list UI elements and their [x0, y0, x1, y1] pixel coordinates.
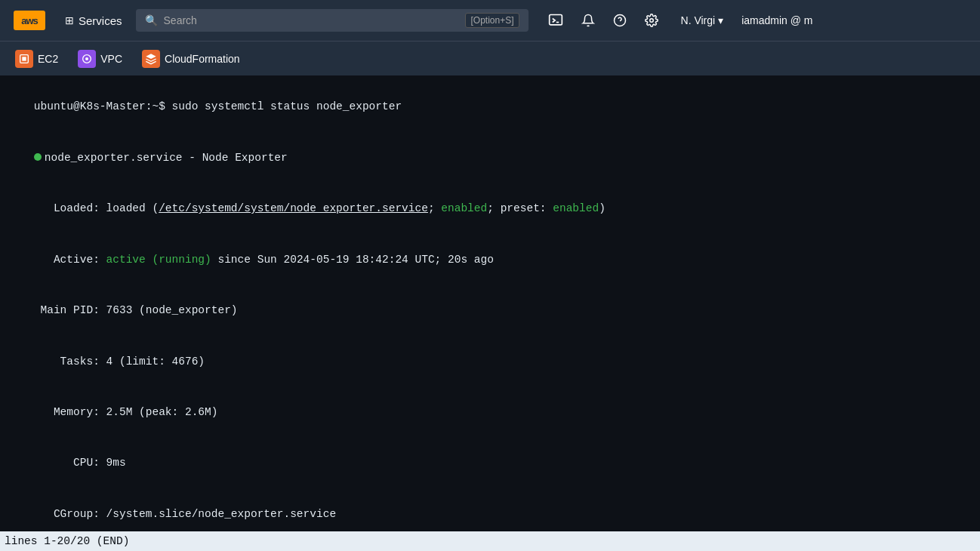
terminal-status-bar: lines 1-20/20 (END) — [0, 531, 980, 551]
notifications-button[interactable] — [574, 9, 602, 32]
memory-line: Memory: 2.5M (peak: 2.6M) — [8, 386, 972, 437]
active-since: since Sun 2024-05-19 18:42:24 UTC; 20s a… — [211, 254, 494, 266]
ec2-label: EC2 — [38, 53, 58, 65]
cgroup-text: CGroup: /system.slice/node_exporter.serv… — [34, 508, 336, 520]
status-bar-text: lines 1-20/20 (END) — [5, 535, 129, 547]
region-label: iamadmin @ m — [741, 14, 812, 26]
settings-button[interactable] — [637, 9, 666, 32]
terminal-prompt: ubuntu@K8s-Master:~$ — [34, 100, 172, 112]
active-label: Active: — [34, 254, 106, 266]
services-button[interactable]: ⊞ Services — [57, 10, 130, 32]
service-title-line: node_exporter.service - Node Exporter — [8, 132, 972, 183]
status-dot — [34, 153, 42, 161]
prompt-line: ubuntu@K8s-Master:~$ ubuntu@K8s-Master:~… — [8, 82, 972, 132]
cloudformation-icon — [142, 50, 160, 68]
cloudformation-nav-item[interactable]: CloudFormation — [134, 46, 248, 72]
terminal[interactable]: ubuntu@K8s-Master:~$ ubuntu@K8s-Master:~… — [0, 75, 980, 551]
region-selector[interactable]: iamadmin @ m — [735, 10, 818, 31]
loaded-enabled2: enabled — [553, 202, 599, 214]
svg-rect-6 — [22, 57, 26, 60]
services-label: Services — [79, 14, 122, 27]
active-status: active (running) — [106, 254, 211, 266]
svg-point-4 — [649, 19, 653, 23]
search-shortcut: [Option+S] — [465, 13, 519, 28]
loaded-path: /etc/systemd/system/node_exporter.servic… — [159, 202, 428, 214]
dropdown-icon: ▾ — [718, 14, 723, 26]
svg-rect-0 — [549, 15, 562, 25]
memory-text: Memory: 2.5M (peak: 2.6M) — [34, 406, 218, 418]
cloudshell-button[interactable] — [541, 8, 571, 32]
user-name: N. Virgi — [681, 14, 716, 26]
main-pid-line: Main PID: 7633 (node_exporter) — [8, 285, 972, 336]
user-menu[interactable]: N. Virgi ▾ — [675, 10, 730, 31]
vpc-nav-item[interactable]: VPC — [70, 46, 130, 72]
nav-icons — [541, 8, 666, 32]
service-title: node_exporter.service - Node Exporter — [45, 152, 288, 164]
cloudformation-label: CloudFormation — [165, 53, 240, 65]
main-pid-text: Main PID: 7633 (node_exporter) — [34, 304, 238, 316]
aws-logo[interactable]: aws — [8, 8, 51, 33]
tasks-line: Tasks: 4 (limit: 4676) — [8, 336, 972, 386]
loaded-label: Loaded: loaded ( — [34, 202, 159, 214]
vpc-icon — [78, 50, 96, 68]
cpu-line: CPU: 9ms — [8, 438, 972, 488]
search-placeholder: Search — [164, 14, 197, 26]
svg-point-8 — [85, 57, 88, 60]
search-bar[interactable]: 🔍 Search [Option+S] — [136, 9, 529, 32]
active-line: Active: active (running) since Sun 2024-… — [8, 234, 972, 285]
secondary-navigation: EC2 VPC CloudFormation — [0, 41, 980, 75]
aws-logo-box: aws — [14, 11, 45, 30]
ec2-nav-item[interactable]: EC2 — [8, 46, 66, 72]
vpc-label: VPC — [100, 53, 122, 65]
loaded-suffix: ; — [428, 202, 441, 214]
loaded-enabled1: enabled — [441, 202, 487, 214]
tasks-text: Tasks: 4 (limit: 4676) — [34, 356, 205, 368]
cpu-text: CPU: 9ms — [34, 457, 126, 469]
loaded-line: Loaded: loaded (/etc/systemd/system/node… — [8, 183, 972, 234]
ec2-icon — [15, 50, 33, 68]
grid-icon: ⊞ — [65, 14, 74, 26]
search-icon: 🔍 — [145, 14, 158, 26]
top-navigation: aws ⊞ Services 🔍 Search [Option+S] N. Vi… — [0, 0, 980, 41]
help-button[interactable] — [606, 9, 634, 32]
